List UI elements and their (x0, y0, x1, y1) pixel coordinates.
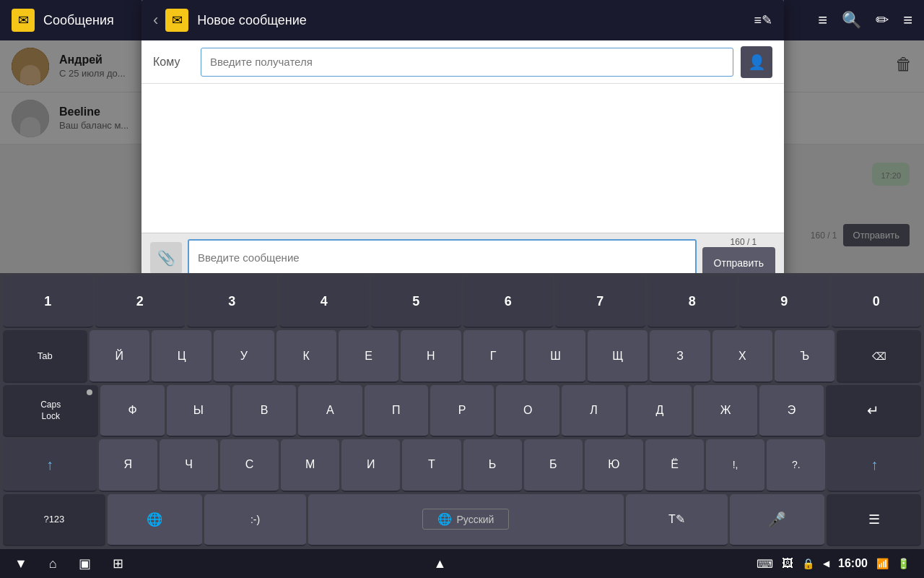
key-ё[interactable]: Ё (645, 439, 704, 491)
key-л[interactable]: Л (562, 385, 625, 437)
dialog-menu-icon[interactable]: ≡✎ (754, 12, 772, 28)
key-ь[interactable]: Ь (463, 439, 522, 491)
key-я[interactable]: Я (99, 439, 157, 491)
key-д[interactable]: Д (628, 385, 692, 437)
caps-lock-label2: Lock (42, 411, 60, 421)
key-7[interactable]: 7 (555, 276, 645, 328)
key-backspace[interactable]: ⌫ (837, 330, 921, 382)
key-а[interactable]: А (298, 385, 362, 437)
edit-icon[interactable]: ✏ (876, 11, 889, 30)
system-time: 16:00 (838, 557, 868, 570)
wifi-icon: 📶 (876, 558, 889, 569)
key-и[interactable]: И (341, 439, 400, 491)
key-ъ[interactable]: Ъ (775, 330, 834, 382)
compose-dialog: ‹ ✉ Новое сообщение ≡✎ Кому 👤 📎 160 / 1 … (141, 0, 784, 282)
key-з[interactable]: З (650, 330, 710, 382)
key-text-edit[interactable]: T✎ (626, 494, 728, 546)
key-ч[interactable]: Ч (160, 439, 218, 491)
key-б[interactable]: Б (524, 439, 583, 491)
bg-app-icon: ✉ (12, 9, 35, 32)
key-ы[interactable]: Ы (167, 385, 230, 437)
message-area (141, 84, 784, 233)
key-н[interactable]: Н (401, 330, 461, 382)
key-exclaim-comma[interactable]: !, (706, 439, 764, 491)
language-label: Русский (456, 514, 494, 525)
key-9[interactable]: 9 (739, 276, 829, 328)
key-х[interactable]: Х (712, 330, 772, 382)
key-р[interactable]: Р (430, 385, 494, 437)
battery-icon: 🔋 (897, 558, 910, 569)
nav-center: ▲ (433, 556, 446, 571)
nav-up-icon[interactable]: ▲ (433, 556, 446, 571)
key-к[interactable]: К (276, 330, 336, 382)
key-т[interactable]: Т (402, 439, 461, 491)
char-counter: 160 / 1 (720, 237, 757, 247)
keyboard-row-numbers: 1 2 3 4 5 6 7 8 9 0 (3, 276, 921, 328)
nav-right: ⌨ 🖼 🔒 ◀ 16:00 📶 🔋 (757, 557, 910, 571)
nav-back-icon[interactable]: ▼ (14, 556, 27, 571)
key-ж[interactable]: Ж (694, 385, 757, 437)
key-0[interactable]: 0 (832, 276, 922, 328)
nav-bar: ▼ ⌂ ▣ ⊞ ▲ ⌨ 🖼 🔒 ◀ 16:00 📶 🔋 (0, 549, 924, 578)
key-notes[interactable]: ☰ (827, 494, 921, 546)
key-shift-right[interactable]: ↑ (827, 439, 921, 491)
key-у[interactable]: У (214, 330, 274, 382)
keyboard-row-2: Tab Й Ц У К Е Н Г Ш Щ З Х Ъ ⌫ (3, 330, 921, 382)
key-microphone[interactable]: 🎤 (730, 494, 824, 546)
nav-screenshot-icon[interactable]: ⊞ (113, 556, 123, 571)
key-5[interactable]: 5 (371, 276, 461, 328)
key-э[interactable]: Э (759, 385, 823, 437)
photo-icon: 🖼 (782, 557, 793, 570)
key-tab[interactable]: Tab (3, 330, 87, 382)
key-о[interactable]: О (496, 385, 559, 437)
key-с[interactable]: С (220, 439, 279, 491)
to-input[interactable] (201, 48, 733, 77)
key-ц[interactable]: Ц (152, 330, 212, 382)
key-м[interactable]: М (281, 439, 339, 491)
key-globe[interactable]: 🌐 (108, 494, 202, 546)
key-space[interactable]: 🌐 Русский (308, 494, 623, 546)
key-enter[interactable]: ↵ (826, 385, 921, 437)
key-4[interactable]: 4 (279, 276, 370, 328)
to-label: Кому (153, 56, 189, 69)
keyboard: 1 2 3 4 5 6 7 8 9 0 Tab Й Ц У К Е Н Г Ш … (0, 273, 924, 549)
key-fn-123[interactable]: ?123 (3, 494, 105, 546)
key-1[interactable]: 1 (3, 276, 93, 328)
key-caps-lock[interactable]: Caps Lock (3, 385, 98, 437)
key-й[interactable]: Й (90, 330, 149, 382)
menu-icon[interactable]: ≡ (818, 11, 827, 30)
key-в[interactable]: В (232, 385, 296, 437)
dialog-title: Новое сообщение (197, 13, 754, 28)
key-8[interactable]: 8 (648, 276, 738, 328)
key-е[interactable]: Е (339, 330, 398, 382)
key-ю[interactable]: Ю (585, 439, 643, 491)
key-ш[interactable]: Ш (526, 330, 585, 382)
signal-icon: ◀ (823, 558, 829, 569)
search-icon[interactable]: 🔍 (842, 11, 861, 30)
caps-lock-indicator (87, 389, 92, 395)
key-question-period[interactable]: ?. (767, 439, 825, 491)
shift-icon: ↑ (46, 457, 53, 473)
key-3[interactable]: 3 (187, 276, 277, 328)
nav-recents-icon[interactable]: ▣ (79, 556, 91, 571)
send-group: 160 / 1 Отправить (702, 237, 775, 279)
keyboard-status-icon: ⌨ (757, 557, 773, 571)
back-button[interactable]: ‹ (153, 11, 158, 30)
overflow-icon[interactable]: ≡ (903, 11, 912, 30)
shift-right-icon: ↑ (871, 457, 878, 473)
nav-home-icon[interactable]: ⌂ (49, 556, 57, 571)
key-щ[interactable]: Щ (588, 330, 648, 382)
key-г[interactable]: Г (463, 330, 523, 382)
key-ф[interactable]: Ф (100, 385, 164, 437)
key-shift-left[interactable]: ↑ (3, 439, 97, 491)
key-emoji[interactable]: :-) (204, 494, 307, 546)
contact-picker-button[interactable]: 👤 (741, 46, 772, 78)
lock-icon: 🔒 (802, 558, 814, 569)
key-2[interactable]: 2 (95, 276, 186, 328)
attach-button[interactable]: 📎 (150, 242, 182, 274)
key-п[interactable]: П (365, 385, 428, 437)
bg-topbar-actions: ≡ 🔍 ✏ ≡ (818, 11, 912, 30)
caps-lock-label: Caps (40, 400, 61, 410)
key-6[interactable]: 6 (463, 276, 554, 328)
message-input[interactable] (188, 239, 697, 277)
